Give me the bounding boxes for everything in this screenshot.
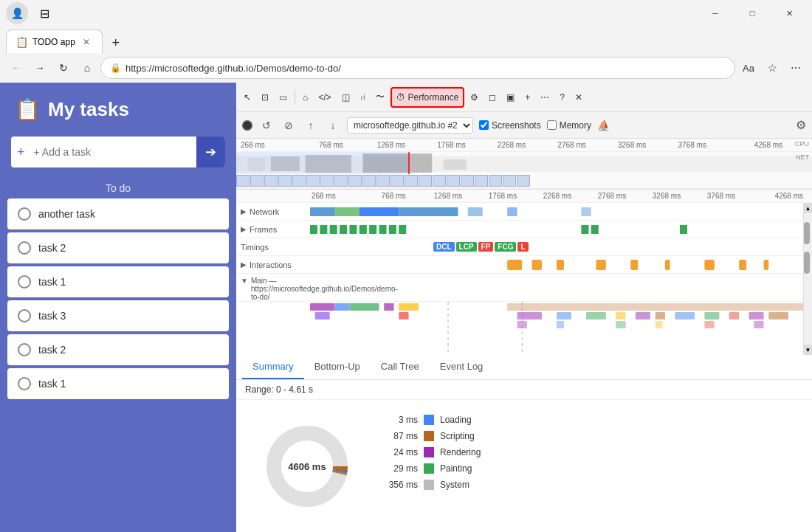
device-tool-button[interactable]: ▭ [275, 87, 292, 108]
memory-checkbox[interactable] [547, 120, 557, 130]
main-expand-icon[interactable]: ▼ [241, 277, 248, 285]
loading-label: Loading [440, 415, 472, 425]
list-item[interactable]: task 2 [7, 232, 229, 263]
tab-call-tree[interactable]: Call Tree [371, 355, 430, 379]
tab-summary[interactable]: Summary [242, 355, 304, 379]
download-button[interactable]: ↓ [325, 117, 341, 134]
lcp-badge: LCP [456, 242, 477, 252]
flamechart-area[interactable] [310, 302, 803, 355]
domain-select[interactable]: microsoftedge.github.io #2 [347, 117, 473, 134]
svg-rect-35 [739, 260, 746, 270]
list-item[interactable]: task 1 [7, 368, 229, 399]
forward-button[interactable]: → [30, 58, 50, 78]
debug-tool-button[interactable]: ⑁ [356, 87, 370, 108]
storage-tool-button[interactable]: ◻ [484, 87, 500, 108]
timeline-scrollbar[interactable]: ▲ ▼ [803, 203, 812, 355]
list-item[interactable]: task 3 [7, 300, 229, 331]
camera-tool-button[interactable]: ▣ [502, 87, 519, 108]
performance-tool-button[interactable]: ⏱ Performance [390, 87, 465, 108]
svg-rect-37 [310, 303, 334, 311]
svg-rect-14 [581, 207, 591, 216]
ruler-mark: 1268 ms [361, 141, 422, 149]
add-task-input[interactable] [31, 139, 196, 165]
list-item[interactable]: another task [7, 198, 229, 229]
refresh-button[interactable]: ↻ [53, 58, 74, 78]
record-bar: ↺ ⊘ ↑ ↓ microsoftedge.github.io #2 Scree… [236, 112, 812, 139]
home-button[interactable]: ⌂ [77, 58, 97, 78]
more-tools-button[interactable]: ⋯ [536, 87, 554, 108]
home-tool-button[interactable]: ⌂ [298, 87, 312, 108]
help-tool-button[interactable]: ? [555, 87, 569, 108]
add-tool-button[interactable]: + [520, 87, 534, 108]
settings-tool-button[interactable]: ⚙ [466, 87, 483, 108]
add-task-submit-button[interactable]: ➔ [196, 137, 225, 167]
system-color-swatch [424, 480, 434, 490]
main-label-text: Main — https://microsoftedge.github.io/D… [251, 277, 398, 301]
devtools-panel: ↖ ⊡ ▭ ⌂ </> ◫ ⑁ 〜 ⏱ Performance ⚙ ◻ ▣ + … [236, 83, 812, 532]
timeline-detail: 268 ms 768 ms 1268 ms 1768 ms 2268 ms 27… [236, 190, 812, 532]
upload-button[interactable]: ↑ [303, 117, 319, 134]
console-tool-button[interactable]: ◫ [337, 87, 354, 108]
url-bar[interactable]: 🔒 https://microsoftedge.github.io/Demos/… [100, 57, 735, 79]
svg-rect-32 [630, 260, 638, 270]
close-button[interactable]: ✕ [772, 1, 806, 25]
new-tab-button[interactable]: + [106, 32, 126, 53]
active-tab[interactable]: 📋 TODO app ✕ [6, 30, 103, 53]
loading-color-swatch [424, 415, 434, 425]
reader-mode-button[interactable]: Aa [738, 58, 759, 78]
todo-checkbox[interactable] [18, 309, 31, 322]
scroll-up-button[interactable]: ▲ [804, 203, 812, 213]
list-item[interactable]: task 2 [7, 334, 229, 365]
settings-gear-icon[interactable]: ⚙ [796, 118, 806, 132]
tab-bottom-up[interactable]: Bottom-Up [304, 355, 371, 379]
todo-checkbox[interactable] [18, 241, 31, 255]
add-task-row[interactable]: + ➔ [11, 137, 225, 167]
sidebar-toggle-button[interactable]: ⊟ [34, 3, 55, 24]
more-button[interactable]: ⋯ [785, 58, 806, 78]
profile-button[interactable]: 👤 [6, 2, 28, 24]
network-tool-button[interactable]: 〜 [371, 87, 389, 108]
list-item[interactable]: task 1 [7, 266, 229, 297]
todo-item-text: task 1 [38, 378, 66, 390]
performance-label: Performance [408, 92, 459, 103]
svg-rect-53 [729, 312, 739, 319]
svg-rect-42 [399, 303, 419, 311]
todo-checkbox[interactable] [18, 377, 31, 390]
network-expand-icon[interactable]: ▶ [241, 207, 247, 215]
svg-rect-26 [591, 225, 599, 234]
scroll-down-button[interactable]: ▼ [804, 345, 812, 355]
inspect-tool-button[interactable]: ⊡ [257, 87, 273, 108]
todo-item-text: task 2 [38, 344, 66, 356]
cursor-tool-button[interactable]: ↖ [239, 87, 255, 108]
source-tool-button[interactable]: </> [314, 87, 335, 108]
maximize-button[interactable]: □ [735, 1, 769, 25]
reload-record-button[interactable]: ↺ [258, 117, 275, 134]
interactions-expand-icon[interactable]: ▶ [241, 260, 247, 269]
tab-event-log[interactable]: Event Log [430, 355, 494, 379]
close-devtools-button[interactable]: ✕ [571, 87, 587, 108]
back-button[interactable]: ← [6, 58, 27, 78]
record-button[interactable] [242, 120, 252, 131]
clear-record-button[interactable]: ⊘ [281, 117, 297, 134]
minimize-button[interactable]: ─ [698, 1, 732, 25]
ruler-mark: 2268 ms [481, 141, 542, 149]
tab-bar: 📋 TODO app ✕ + [0, 27, 812, 53]
screenshots-checkbox[interactable] [479, 120, 489, 130]
svg-rect-17 [330, 225, 337, 234]
frames-expand-icon[interactable]: ▶ [241, 225, 247, 233]
loading-ms: 3 ms [381, 415, 418, 425]
timeline-rows-scroll[interactable]: ▶ Network [236, 203, 803, 355]
todo-checkbox[interactable] [18, 207, 31, 221]
minimap-area[interactable]: NET [236, 152, 812, 189]
tab-close-button[interactable]: ✕ [80, 35, 93, 49]
svg-rect-40 [349, 303, 379, 311]
scroll-thumb-2[interactable] [804, 252, 810, 274]
todo-checkbox[interactable] [18, 275, 31, 289]
todo-checkbox[interactable] [18, 343, 31, 356]
url-text: https://microsoftedge.github.io/Demos/de… [125, 63, 341, 74]
memory-toggle[interactable]: Memory [547, 120, 591, 131]
svg-rect-63 [754, 321, 763, 328]
favorites-button[interactable]: ☆ [762, 58, 782, 78]
screenshots-toggle[interactable]: Screenshots [479, 120, 541, 131]
scroll-thumb[interactable] [804, 222, 810, 244]
